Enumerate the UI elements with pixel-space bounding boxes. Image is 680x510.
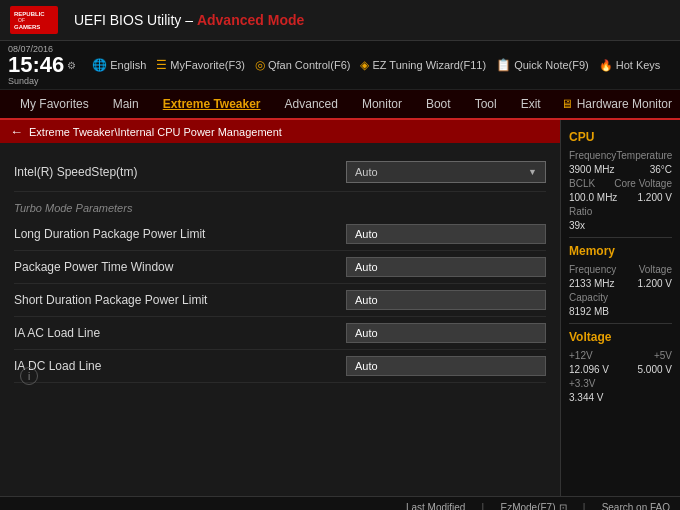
svg-text:OF: OF	[18, 17, 25, 23]
ez-mode-button[interactable]: EzMode(F7) ⊡	[500, 502, 566, 510]
note-icon: 📋	[496, 58, 511, 72]
footer-separator: |	[481, 501, 484, 511]
mem-capacity-value: 8192 MB	[569, 306, 609, 317]
core-voltage-value: 1.200 V	[638, 192, 672, 203]
cpu-freq-label: Frequency	[569, 150, 616, 161]
v33-value: 3.344 V	[569, 392, 603, 403]
ia-dc-row: IA DC Load Line Auto	[14, 350, 546, 383]
nav-my-favorites[interactable]: My Favorites	[8, 90, 101, 118]
day-display: Sunday	[8, 76, 76, 86]
bclk-row: BCLK Core Voltage	[569, 178, 672, 189]
language-label: English	[110, 59, 146, 71]
language-selector[interactable]: 🌐 English	[92, 58, 146, 72]
rog-logo: REPUBLIC OF GAMERS	[10, 6, 58, 34]
bclk-value: 100.0 MHz	[569, 192, 617, 203]
cpu-temp-label: Temperature	[616, 150, 672, 161]
nav-advanced[interactable]: Advanced	[273, 90, 350, 118]
long-duration-row: Long Duration Package Power Limit Auto	[14, 218, 546, 251]
toolbar: 08/07/2016 15:46 ⚙ Sunday 🌐 English ☰ My…	[0, 41, 680, 90]
cpu-section-title: CPU	[569, 130, 672, 144]
ratio-value: 39x	[569, 220, 585, 231]
quick-note-button[interactable]: 📋 Quick Note(F9)	[496, 58, 589, 72]
nav-monitor[interactable]: Monitor	[350, 90, 414, 118]
speedstep-setting: Intel(R) SpeedStep(tm) Auto	[14, 153, 546, 192]
nav-tool[interactable]: Tool	[463, 90, 509, 118]
nav-main[interactable]: Main	[101, 90, 151, 118]
left-panel: ← Extreme Tweaker\Internal CPU Power Man…	[0, 120, 560, 496]
speedstep-dropdown[interactable]: Auto	[346, 161, 546, 183]
fan-icon: ◎	[255, 58, 265, 72]
breadcrumb-text: Extreme Tweaker\Internal CPU Power Manag…	[29, 126, 282, 138]
ratio-label-row: Ratio	[569, 206, 672, 217]
ia-ac-value[interactable]: Auto	[346, 323, 546, 343]
time-area: 08/07/2016 15:46 ⚙ Sunday	[8, 44, 76, 86]
turbo-section-header: Turbo Mode Parameters	[14, 192, 546, 218]
ia-ac-row: IA AC Load Line Auto	[14, 317, 546, 350]
search-faq-label: Search on FAQ	[602, 502, 670, 510]
ia-dc-value[interactable]: Auto	[346, 356, 546, 376]
nav-extreme-tweaker[interactable]: Extreme Tweaker	[151, 90, 273, 118]
title-prefix: UEFI BIOS Utility –	[74, 12, 197, 28]
nav-exit[interactable]: Exit	[509, 90, 553, 118]
qfan-button[interactable]: ◎ Qfan Control(F6)	[255, 58, 351, 72]
hardware-monitor-nav: 🖥 Hardware Monitor	[561, 97, 672, 111]
footer-separator-2: |	[583, 501, 586, 511]
bios-title: UEFI BIOS Utility – Advanced Mode	[74, 12, 304, 28]
ez-tuning-button[interactable]: ◈ EZ Tuning Wizard(F11)	[360, 58, 486, 72]
mem-freq-label-row: Frequency Voltage	[569, 264, 672, 275]
mem-freq-value-row: 2133 MHz 1.200 V	[569, 278, 672, 289]
toolbar-items: 🌐 English ☰ MyFavorite(F3) ◎ Qfan Contro…	[92, 58, 672, 72]
long-duration-value[interactable]: Auto	[346, 224, 546, 244]
logo-area: REPUBLIC OF GAMERS	[10, 6, 58, 34]
mem-capacity-label-row: Capacity	[569, 292, 672, 303]
ez-tuning-label: EZ Tuning Wizard(F11)	[372, 59, 486, 71]
cpu-frequency-value-row: 3900 MHz 36°C	[569, 164, 672, 175]
v5-value: 5.000 V	[638, 364, 672, 375]
ia-dc-label: IA DC Load Line	[14, 359, 346, 373]
mem-voltage-label: Voltage	[639, 264, 672, 275]
nav-boot[interactable]: Boot	[414, 90, 463, 118]
breadcrumb: ← Extreme Tweaker\Internal CPU Power Man…	[0, 120, 560, 143]
favorite-icon: ☰	[156, 58, 167, 72]
v12-label: +12V	[569, 350, 593, 361]
globe-icon: 🌐	[92, 58, 107, 72]
mem-voltage-value: 1.200 V	[638, 278, 672, 289]
last-modified-item: Last Modified	[406, 502, 465, 510]
short-duration-label: Short Duration Package Power Limit	[14, 293, 346, 307]
key-icon: 🔥	[599, 59, 613, 72]
favorite-label: MyFavorite(F3)	[170, 59, 245, 71]
title-mode: Advanced Mode	[197, 12, 304, 28]
v12-value-row: 12.096 V 5.000 V	[569, 364, 672, 375]
bclk-label: BCLK	[569, 178, 595, 189]
mem-freq-label: Frequency	[569, 264, 616, 275]
mem-freq-value: 2133 MHz	[569, 278, 615, 289]
last-modified-label: Last Modified	[406, 502, 465, 510]
search-faq-button[interactable]: Search on FAQ	[602, 502, 670, 510]
short-duration-row: Short Duration Package Power Limit Auto	[14, 284, 546, 317]
package-time-label: Package Power Time Window	[14, 260, 346, 274]
mem-capacity-label: Capacity	[569, 292, 608, 303]
my-favorite-button[interactable]: ☰ MyFavorite(F3)	[156, 58, 245, 72]
short-duration-value[interactable]: Auto	[346, 290, 546, 310]
v33-label: +3.3V	[569, 378, 595, 389]
navigation-bar: My Favorites Main Extreme Tweaker Advanc…	[0, 90, 680, 120]
v12-value: 12.096 V	[569, 364, 609, 375]
divider-1	[569, 237, 672, 238]
bclk-value-row: 100.0 MHz 1.200 V	[569, 192, 672, 203]
package-time-value[interactable]: Auto	[346, 257, 546, 277]
info-icon[interactable]: i	[20, 367, 38, 385]
monitor-icon: 🖥	[561, 97, 573, 111]
qfan-label: Qfan Control(F6)	[268, 59, 351, 71]
header: REPUBLIC OF GAMERS UEFI BIOS Utility – A…	[0, 0, 680, 41]
v12-label-row: +12V +5V	[569, 350, 672, 361]
speedstep-label: Intel(R) SpeedStep(tm)	[14, 165, 346, 179]
svg-text:GAMERS: GAMERS	[14, 24, 40, 30]
cpu-freq-value: 3900 MHz	[569, 164, 615, 175]
package-time-row: Package Power Time Window Auto	[14, 251, 546, 284]
back-arrow-icon[interactable]: ←	[10, 124, 23, 139]
v5-label: +5V	[654, 350, 672, 361]
settings-icon[interactable]: ⚙	[67, 60, 76, 71]
long-duration-label: Long Duration Package Power Limit	[14, 227, 346, 241]
cpu-temp-value: 36°C	[650, 164, 672, 175]
hot-keys-button[interactable]: 🔥 Hot Keys	[599, 59, 661, 72]
